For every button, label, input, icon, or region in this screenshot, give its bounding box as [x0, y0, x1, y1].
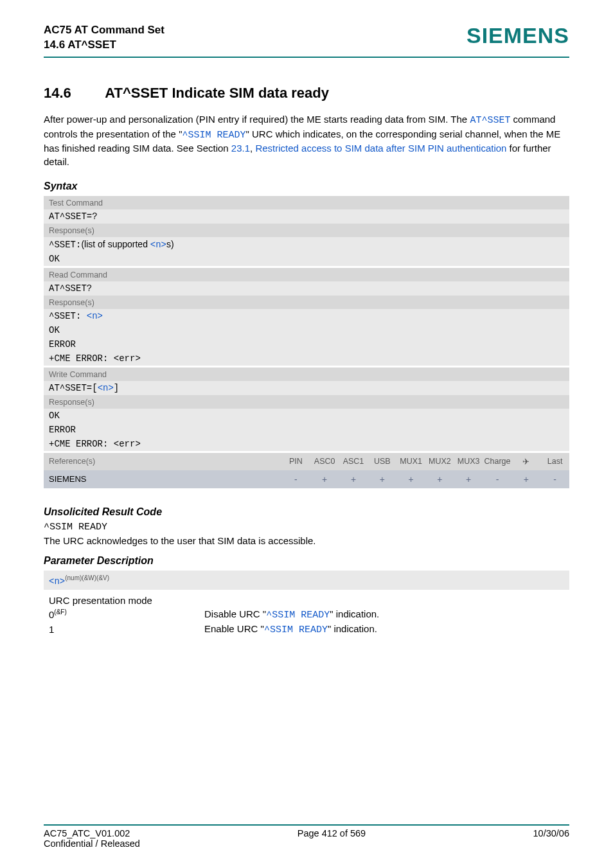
- read-resp1-prefix: ^SSET:: [49, 311, 87, 321]
- param-heading: Parameter Description: [44, 555, 569, 567]
- val-mux1: +: [396, 470, 425, 488]
- test-resp1-mid: (list of supported: [81, 239, 150, 249]
- header-title-block: AC75 AT Command Set 14.6 AT^SSET: [44, 23, 164, 53]
- param-row-0: 0(&F) Disable URC "^SSIM READY" indicati…: [44, 608, 569, 621]
- page-header: AC75 AT Command Set 14.6 AT^SSET SIEMENS: [44, 23, 569, 53]
- val-mux3: +: [454, 470, 483, 488]
- val-mux2: +: [425, 470, 454, 488]
- write-command-label: Write Command: [44, 368, 569, 381]
- header-divider: [44, 57, 569, 58]
- read-command-cmd: AT^SSET?: [44, 281, 569, 296]
- param-row-0-vb: " indication.: [330, 608, 379, 619]
- reference-label: Reference(s): [44, 453, 281, 470]
- footer-divider: [44, 824, 569, 826]
- param-n-link[interactable]: <n>: [87, 311, 103, 321]
- param-row-0-va: Disable URC ": [204, 608, 266, 619]
- param-n-sup: (num)(&W)(&V): [65, 574, 109, 581]
- footer-row-1: AC75_ATC_V01.002 Page 412 of 569 10/30/0…: [44, 828, 569, 838]
- link-at-sset[interactable]: AT^SSET: [470, 115, 510, 126]
- brand-logo: SIEMENS: [466, 23, 569, 48]
- write-cmd-b: ]: [114, 383, 119, 393]
- write-response-line1: OK: [44, 409, 569, 423]
- section-heading: 14.6 AT^SSET Indicate SIM data ready: [44, 85, 569, 102]
- param-body-text: URC presentation mode: [44, 590, 569, 606]
- syntax-heading: Syntax: [44, 181, 569, 192]
- write-response-label: Response(s): [44, 395, 569, 409]
- param-n-bar: <n>(num)(&W)(&V): [44, 571, 569, 590]
- read-command-block: Read Command AT^SSET? Response(s) ^SSET:…: [44, 268, 569, 366]
- reference-header-row: Reference(s) PIN ASC0 ASC1 USB MUX1 MUX2…: [44, 453, 569, 470]
- write-cmd-a: AT^SSET=[: [49, 383, 98, 393]
- test-command-cmd: AT^SSET=?: [44, 209, 569, 224]
- link-ssim-ready[interactable]: ^SSIM READY: [266, 610, 330, 621]
- header-title-line1: AC75 AT Command Set: [44, 24, 164, 36]
- param-n-link[interactable]: <n>: [98, 383, 114, 393]
- reference-row-values: - + + + + + + - + -: [281, 470, 569, 488]
- test-response-line2: OK: [44, 252, 569, 266]
- col-asc0: ASC0: [310, 453, 339, 470]
- page-footer: AC75_ATC_V01.002 Page 412 of 569 10/30/0…: [44, 824, 569, 849]
- write-command-block: Write Command AT^SSET=[<n>] Response(s) …: [44, 368, 569, 451]
- col-asc1: ASC1: [339, 453, 368, 470]
- footer-center: Page 412 of 569: [298, 828, 366, 838]
- reference-value-row: SIEMENS - + + + + + + - + -: [44, 470, 569, 488]
- section-title: AT^SSET Indicate SIM data ready: [105, 85, 329, 101]
- link-ssim-ready-urc[interactable]: ^SSIM READY: [182, 130, 245, 141]
- urc-description: The URC acknowledges to the user that SI…: [44, 535, 569, 546]
- val-usb: +: [368, 470, 396, 488]
- reference-row-label: SIEMENS: [44, 470, 281, 488]
- read-response-line4: +CME ERROR: <err>: [44, 351, 569, 366]
- read-response-line2: OK: [44, 323, 569, 337]
- link-section-23-1[interactable]: 23.1: [231, 143, 250, 154]
- col-mux3: MUX3: [454, 453, 483, 470]
- val-asc1: +: [339, 470, 368, 488]
- footer-left: AC75_ATC_V01.002: [44, 828, 130, 838]
- val-charge: -: [483, 470, 512, 488]
- section-number: 14.6: [44, 85, 102, 102]
- test-resp1-prefix: ^SSET:: [49, 240, 81, 250]
- footer-row-2: Confidential / Released: [44, 838, 569, 849]
- read-response-line3: ERROR: [44, 337, 569, 351]
- reference-columns: PIN ASC0 ASC1 USB MUX1 MUX2 MUX3 Charge …: [281, 453, 569, 470]
- footer-right: 10/30/06: [533, 828, 569, 838]
- urc-heading: Unsolicited Result Code: [44, 506, 569, 518]
- val-last: -: [540, 470, 569, 488]
- col-mux2: MUX2: [425, 453, 454, 470]
- param-row-1-vb: " indication.: [328, 623, 377, 634]
- test-command-block: Test Command AT^SSET=? Response(s) ^SSET…: [44, 196, 569, 266]
- col-pin: PIN: [281, 453, 310, 470]
- write-response-line2: ERROR: [44, 423, 569, 437]
- read-response-line1: ^SSET: <n>: [44, 309, 569, 323]
- read-command-label: Read Command: [44, 268, 569, 281]
- link-restricted-access[interactable]: Restricted access to SIM data after SIM …: [255, 143, 506, 154]
- col-charge: Charge: [483, 453, 512, 470]
- param-row-0-value: Disable URC "^SSIM READY" indication.: [204, 608, 569, 621]
- param-row-1-value: Enable URC "^SSIM READY" indication.: [204, 623, 569, 635]
- col-usb: USB: [368, 453, 396, 470]
- read-response-label: Response(s): [44, 296, 569, 309]
- col-last: Last: [540, 453, 569, 470]
- param-row-1-key: 1: [44, 623, 204, 635]
- val-airplane: +: [511, 470, 540, 488]
- param-row-0-key-sup: (&F): [54, 608, 66, 616]
- test-resp1-suffix: s): [166, 239, 174, 249]
- param-n-link[interactable]: <n>: [150, 240, 166, 250]
- test-command-label: Test Command: [44, 196, 569, 209]
- param-row-1-va: Enable URC ": [204, 623, 264, 634]
- col-airplane-icon: ✈: [511, 453, 540, 470]
- urc-code: ^SSIM READY: [44, 522, 569, 533]
- write-command-cmd: AT^SSET=[<n>]: [44, 381, 569, 395]
- test-response-line1: ^SSET:(list of supported <n>s): [44, 237, 569, 252]
- param-row-1-key-val: 1: [49, 624, 54, 635]
- val-pin: -: [281, 470, 310, 488]
- intro-text-1: After power-up and personalization (PIN …: [44, 114, 470, 125]
- link-ssim-ready[interactable]: ^SSIM READY: [264, 624, 328, 635]
- intro-paragraph: After power-up and personalization (PIN …: [44, 113, 569, 169]
- test-response-label: Response(s): [44, 224, 569, 237]
- col-mux1: MUX1: [396, 453, 425, 470]
- param-n-symbol[interactable]: <n>: [49, 576, 65, 586]
- val-asc0: +: [310, 470, 339, 488]
- param-row-1: 1 Enable URC "^SSIM READY" indication.: [44, 623, 569, 635]
- write-response-line3: +CME ERROR: <err>: [44, 437, 569, 451]
- header-title-line2: 14.6 AT^SSET: [44, 38, 164, 53]
